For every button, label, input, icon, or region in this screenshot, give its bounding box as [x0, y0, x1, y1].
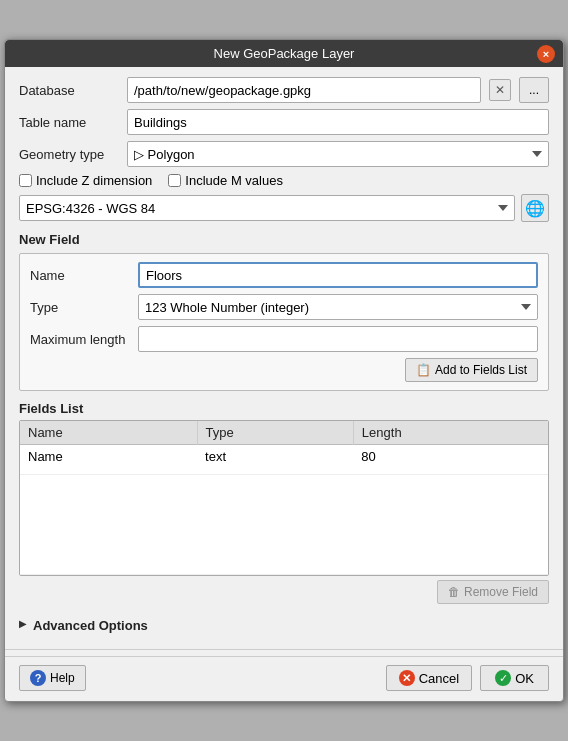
field-type-select[interactable]: 123 Whole Number (integer) Abc Text (str… — [138, 294, 538, 320]
help-button[interactable]: ? Help — [19, 665, 86, 691]
crs-select[interactable]: EPSG:4326 - WGS 84 EPSG:3857 - WGS 84 / … — [19, 195, 515, 221]
fields-table-header: Name Type Length — [20, 421, 548, 445]
include-m-checkbox[interactable] — [168, 174, 181, 187]
row-length: 80 — [353, 445, 548, 475]
field-name-row: Name — [30, 262, 538, 288]
fields-table: Name Type Length Name text 80 — [20, 421, 548, 575]
remove-icon: 🗑 — [448, 585, 460, 599]
geometry-type-label: Geometry type — [19, 147, 119, 162]
advanced-options-row[interactable]: ▶ Advanced Options — [19, 610, 549, 637]
include-z-checkbox[interactable] — [19, 174, 32, 187]
advanced-triangle-icon: ▶ — [19, 618, 27, 629]
geometry-type-row: Geometry type ▷ Polygon ◇ Point ╱ Line — [19, 141, 549, 167]
row-name: Name — [20, 445, 197, 475]
main-content: Database ✕ ... Table name Geometry type … — [5, 67, 563, 647]
include-z-label[interactable]: Include Z dimension — [19, 173, 152, 188]
dialog-title: New GeoPackage Layer — [214, 46, 355, 61]
database-clear-button[interactable]: ✕ — [489, 79, 511, 101]
fields-table-container: Name Type Length Name text 80 — [19, 420, 549, 576]
field-type-row: Type 123 Whole Number (integer) Abc Text… — [30, 294, 538, 320]
close-button[interactable]: × — [537, 45, 555, 63]
title-bar: New GeoPackage Layer × — [5, 40, 563, 67]
cancel-button[interactable]: ✕ Cancel — [386, 665, 472, 691]
fields-list-section: Fields List Name Type Length Name text — [19, 397, 549, 604]
row-type: text — [197, 445, 353, 475]
database-row: Database ✕ ... — [19, 77, 549, 103]
field-name-input[interactable] — [138, 262, 538, 288]
cancel-icon: ✕ — [399, 670, 415, 686]
field-length-label: Maximum length — [30, 332, 130, 347]
field-name-label: Name — [30, 268, 130, 283]
database-input[interactable] — [127, 77, 481, 103]
fields-table-body: Name text 80 — [20, 445, 548, 575]
button-bar: ? Help ✕ Cancel ✓ OK — [5, 656, 563, 701]
ok-icon: ✓ — [495, 670, 511, 686]
database-browse-button[interactable]: ... — [519, 77, 549, 103]
geometry-type-select[interactable]: ▷ Polygon ◇ Point ╱ Line — [127, 141, 549, 167]
dimension-row: Include Z dimension Include M values — [19, 173, 549, 188]
field-length-row: Maximum length — [30, 326, 538, 352]
field-length-input[interactable] — [138, 326, 538, 352]
remove-field-button[interactable]: 🗑 Remove Field — [437, 580, 549, 604]
new-field-section-title: New Field — [19, 232, 549, 247]
crs-row: EPSG:4326 - WGS 84 EPSG:3857 - WGS 84 / … — [19, 194, 549, 222]
table-name-label: Table name — [19, 115, 119, 130]
table-name-input[interactable] — [127, 109, 549, 135]
table-row[interactable]: Name text 80 — [20, 445, 548, 475]
database-label: Database — [19, 83, 119, 98]
add-icon: 📋 — [416, 363, 431, 377]
new-field-box: Name Type 123 Whole Number (integer) Abc… — [19, 253, 549, 391]
include-m-label[interactable]: Include M values — [168, 173, 283, 188]
col-type: Type — [197, 421, 353, 445]
add-to-fields-button[interactable]: 📋 Add to Fields List — [405, 358, 538, 382]
help-icon: ? — [30, 670, 46, 686]
divider — [5, 649, 563, 650]
col-length: Length — [353, 421, 548, 445]
right-buttons: ✕ Cancel ✓ OK — [386, 665, 549, 691]
dialog: New GeoPackage Layer × Database ✕ ... Ta… — [4, 39, 564, 702]
ok-button[interactable]: ✓ OK — [480, 665, 549, 691]
advanced-options-label: Advanced Options — [33, 618, 148, 633]
crs-globe-button[interactable]: 🌐 — [521, 194, 549, 222]
table-name-row: Table name — [19, 109, 549, 135]
fields-list-title: Fields List — [19, 401, 549, 416]
col-name: Name — [20, 421, 197, 445]
field-type-label: Type — [30, 300, 130, 315]
